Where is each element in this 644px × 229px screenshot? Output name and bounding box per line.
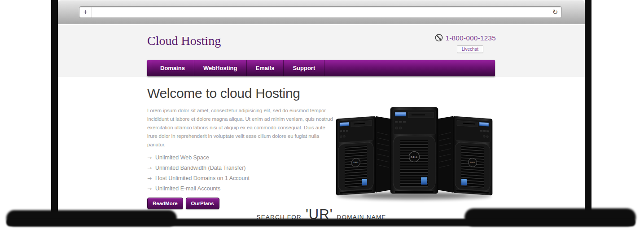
browser-chrome: + ↻ xyxy=(58,0,585,24)
livechat-button[interactable]: Livechat xyxy=(457,45,483,53)
site-header: Cloud Hosting 1-800-000-1235 Livechat xyxy=(58,25,585,77)
hero-content: Welcome to cloud Hosting Lorem ipsum dol… xyxy=(147,86,336,209)
nav-item-support[interactable]: Support xyxy=(284,60,324,76)
nav-item-domains[interactable]: Domains xyxy=(151,60,194,76)
dell-badge-label: DELL xyxy=(470,161,475,163)
nav-item-emails[interactable]: Emails xyxy=(247,60,284,76)
feature-item: → Unlimited E-mail Accounts xyxy=(147,186,336,192)
main-nav: Domains WebHosting Emails Support xyxy=(147,60,495,76)
hero-paragraph: Lorem ipsum dolor sit amet, consectetur … xyxy=(147,106,336,149)
feature-item: → Host Unlimited Domains on 1 Account xyxy=(147,176,336,181)
arrow-bullet-icon: → xyxy=(147,176,152,181)
arrow-bullet-icon: → xyxy=(147,165,152,171)
dell-badge-label: DELL xyxy=(353,161,359,163)
feature-item: → Unlimited Web Space xyxy=(147,155,336,161)
feature-item: → Unlimited Bandwidth (Data Transfer) xyxy=(147,165,336,171)
phone-row: 1-800-000-1235 xyxy=(435,34,496,42)
window-shadow-left xyxy=(51,0,58,215)
feature-label: Host Unlimited Domains on 1 Account xyxy=(155,176,250,181)
server-image: DELL DELL DELL xyxy=(334,106,494,203)
new-tab-button[interactable]: + xyxy=(79,7,92,18)
browser-window: + ↻ Cloud Hosting 1-800 xyxy=(58,0,585,220)
url-input[interactable] xyxy=(92,7,549,18)
bottom-shadow-bar xyxy=(6,219,635,226)
search-banner-highlight: 'UR' xyxy=(306,207,333,220)
page-title: Welcome to cloud Hosting xyxy=(147,86,336,101)
phone-icon xyxy=(435,34,443,42)
feature-label: Unlimited Bandwidth (Data Transfer) xyxy=(155,165,245,171)
site-page: Cloud Hosting 1-800-000-1235 Livechat xyxy=(58,25,585,220)
arrow-bullet-icon: → xyxy=(147,155,152,161)
feature-list: → Unlimited Web Space → Unlimited Bandwi… xyxy=(147,155,336,192)
dell-badge-label: DELL xyxy=(411,156,418,159)
site-logo[interactable]: Cloud Hosting xyxy=(147,34,221,48)
arrow-bullet-icon: → xyxy=(147,186,152,192)
url-bar[interactable]: + ↻ xyxy=(79,6,562,18)
refresh-icon[interactable]: ↻ xyxy=(549,8,561,16)
page-canvas: + ↻ Cloud Hosting 1-800 xyxy=(0,0,644,229)
phone-number[interactable]: 1-800-000-1235 xyxy=(446,34,496,42)
window-shadow-right xyxy=(585,0,591,215)
feature-label: Unlimited Web Space xyxy=(155,155,209,161)
feature-label: Unlimited E-mail Accounts xyxy=(155,186,220,192)
nav-item-webhosting[interactable]: WebHosting xyxy=(194,60,247,76)
